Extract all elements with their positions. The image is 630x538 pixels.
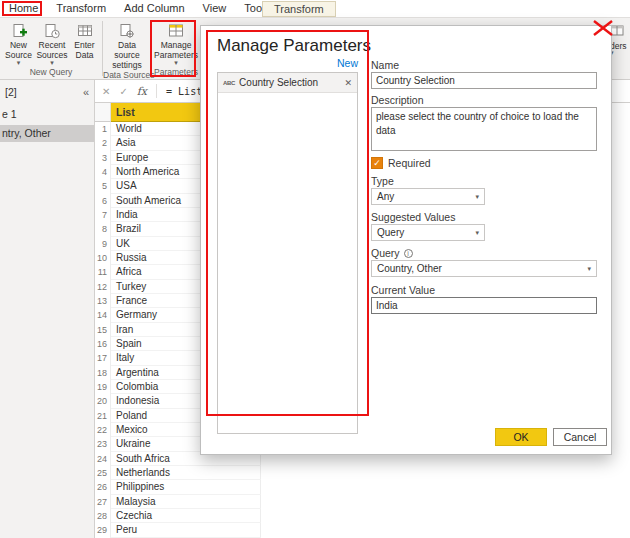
list-cell[interactable]: Philippines [111, 480, 261, 494]
clipped-ribbon-icon [610, 21, 624, 41]
type-value: Any [377, 191, 394, 202]
queries-pane: [2] « e 1 ntry, Other [0, 80, 95, 538]
row-number: 15 [95, 323, 111, 337]
list-cell[interactable]: Malaysia [111, 495, 261, 509]
description-field[interactable]: please select the country of choice to l… [371, 107, 597, 151]
ok-button[interactable]: OK [495, 428, 547, 446]
list-cell[interactable]: Czechia [111, 509, 261, 523]
chevron-down-icon: ▾ [475, 193, 479, 201]
row-number: 6 [95, 194, 111, 208]
list-cell[interactable]: Netherlands [111, 466, 261, 480]
row-number: 4 [95, 165, 111, 179]
row-number: 3 [95, 151, 111, 165]
collapse-pane-icon[interactable]: « [83, 86, 89, 98]
name-field[interactable] [371, 72, 597, 89]
group-label-parameters: Parameters [152, 67, 200, 79]
enter-data-icon [77, 21, 93, 41]
ribbon-group-data-sources: Data source settings Data Sources [103, 18, 151, 79]
chevron-down-icon: ▾ [174, 61, 178, 65]
data-source-settings-icon [119, 21, 135, 41]
dialog-title: Manage Parameters [217, 36, 371, 56]
tab-transform-contextual[interactable]: Transform [262, 1, 336, 17]
row-number: 20 [95, 394, 111, 408]
query-label-text: Query [371, 247, 400, 259]
table-row[interactable]: 27Malaysia [95, 495, 630, 509]
chevron-down-icon: ▾ [587, 265, 591, 273]
suggested-values-label: Suggested Values [371, 211, 455, 223]
query-dropdown[interactable]: Country, Other ▾ [371, 260, 597, 277]
data-source-settings-button[interactable]: Data source settings [105, 20, 149, 70]
enter-data-label: Enter Data [71, 41, 99, 61]
current-value-field[interactable] [371, 297, 597, 314]
parameter-list-item[interactable]: ABC Country Selection ✕ [218, 73, 357, 93]
row-number: 14 [95, 308, 111, 322]
ribbon-right-clipped-button[interactable]: ders ▾ [610, 21, 630, 77]
manage-parameters-dialog: Manage Parameters New ABC Country Select… [200, 25, 612, 455]
row-number: 17 [95, 351, 111, 365]
type-dropdown[interactable]: Any ▾ [371, 188, 485, 205]
group-label-new-query: New Query [0, 67, 102, 79]
formula-expression[interactable]: = List [166, 86, 202, 97]
info-icon: i [404, 249, 413, 258]
row-number: 22 [95, 423, 111, 437]
suggested-values-dropdown[interactable]: Query ▾ [371, 224, 485, 241]
ribbon-group-parameters: Manage Parameters ▾ Parameters [152, 18, 200, 79]
query-list-item-selected[interactable]: ntry, Other [0, 125, 94, 142]
query-list-item[interactable]: e 1 [0, 106, 94, 123]
recent-sources-button[interactable]: Recent Sources ▾ [35, 20, 70, 67]
grid-corner-cell[interactable] [95, 103, 111, 122]
power-query-editor-window: Home Transform Add Column View Tools Hel… [0, 0, 630, 538]
row-number: 13 [95, 294, 111, 308]
new-parameter-link[interactable]: New [217, 57, 358, 69]
table-row[interactable]: 26Philippines [95, 480, 630, 494]
row-number: 16 [95, 337, 111, 351]
row-number: 9 [95, 237, 111, 251]
table-row[interactable]: 29Peru [95, 523, 630, 537]
row-number: 18 [95, 366, 111, 380]
manage-parameters-button[interactable]: Manage Parameters ▾ [154, 20, 198, 67]
table-row[interactable]: 28Czechia [95, 509, 630, 523]
row-number: 11 [95, 265, 111, 279]
row-number: 12 [95, 280, 111, 294]
row-number: 8 [95, 222, 111, 236]
required-label: Required [388, 157, 431, 169]
recent-sources-icon [44, 21, 60, 41]
table-row[interactable]: 25Netherlands [95, 466, 630, 480]
chevron-down-icon: ▾ [50, 61, 54, 65]
delete-parameter-icon[interactable]: ✕ [344, 78, 352, 88]
tab-view[interactable]: View [194, 0, 236, 17]
new-source-button[interactable]: New Source ▾ [3, 20, 35, 67]
manage-parameters-icon [168, 21, 184, 41]
row-number: 26 [95, 480, 111, 494]
row-number: 21 [95, 409, 111, 423]
cancel-formula-icon[interactable]: ✕ [102, 86, 110, 97]
tab-transform[interactable]: Transform [47, 0, 115, 17]
row-number: 5 [95, 179, 111, 193]
suggested-values-value: Query [377, 227, 404, 238]
chevron-down-icon: ▾ [475, 229, 479, 237]
row-number: 29 [95, 523, 111, 537]
ribbon-group-new-query: New Source ▾ Recent Sources ▾ Enter Data [0, 18, 102, 79]
row-number: 27 [95, 495, 111, 509]
queries-pane-count: [2] [5, 86, 17, 98]
row-number: 10 [95, 251, 111, 265]
parameter-list: ABC Country Selection ✕ [217, 72, 358, 434]
cancel-button[interactable]: Cancel [553, 428, 607, 446]
enter-data-button[interactable]: Enter Data [70, 20, 100, 67]
tab-home[interactable]: Home [0, 0, 47, 17]
new-source-icon [11, 21, 27, 41]
list-cell[interactable]: Peru [111, 523, 261, 537]
query-label: Queryi [371, 247, 413, 259]
tab-add-column[interactable]: Add Column [115, 0, 194, 17]
chevron-down-icon: ▾ [17, 61, 21, 65]
commit-formula-icon[interactable]: ✓ [119, 86, 127, 97]
name-label: Name [371, 59, 399, 71]
formula-bar-divider [156, 84, 157, 98]
required-checkbox[interactable]: ✓ [371, 157, 383, 169]
row-number: 28 [95, 509, 111, 523]
recent-sources-label: Recent Sources [36, 41, 69, 61]
data-source-settings-label: Data source settings [106, 41, 148, 70]
row-number: 2 [95, 136, 111, 150]
query-value: Country, Other [377, 263, 442, 274]
type-label: Type [371, 175, 394, 187]
